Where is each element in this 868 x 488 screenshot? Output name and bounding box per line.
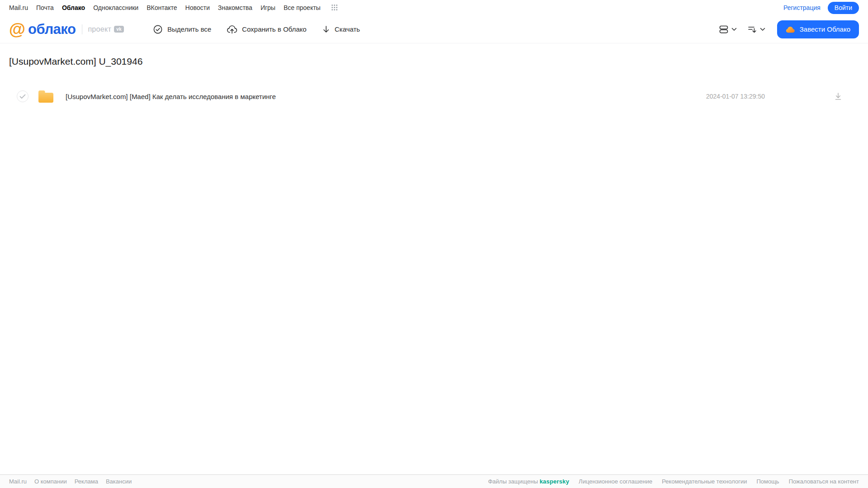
footer-report-content[interactable]: Пожаловаться на контент [789,478,859,485]
kaspersky-protection: Файлы защищены kaspersky [488,478,569,485]
check-circle-icon [153,24,163,34]
file-toolbar: Выделить все Сохранить в Облако Скачать [153,24,360,34]
download-button[interactable]: Скачать [322,25,360,34]
chevron-down-icon [731,28,737,31]
nav-odnoklassniki[interactable]: Одноклассники [93,4,138,11]
project-label: проект [88,25,111,33]
nav-oblako[interactable]: Облако [62,4,85,11]
portal-links: Mail.ru Почта Облако Одноклассники ВКонт… [9,4,338,11]
nav-vkontakte[interactable]: ВКонтакте [147,4,177,11]
sort-icon [747,24,758,34]
footer-ads[interactable]: Реклама [75,478,98,485]
footer-about[interactable]: О компании [34,478,67,485]
sort-dropdown[interactable] [745,23,767,36]
apps-grid-icon[interactable] [332,5,338,11]
download-arrow-icon [322,25,330,34]
file-date: 2024-01-07 13:29:50 [706,93,765,100]
save-to-cloud-label: Сохранить в Облако [242,25,307,33]
footer-help[interactable]: Помощь [756,478,779,485]
nav-mailru[interactable]: Mail.ru [9,4,28,11]
logo-divider [82,24,82,34]
footer-recommendations[interactable]: Рекомендательные технологии [662,478,747,485]
portal-nav: Mail.ru Почта Облако Одноклассники ВКонт… [0,0,868,15]
download-label: Скачать [335,25,360,33]
nav-znakomstva[interactable]: Знакомства [218,4,252,11]
view-mode-dropdown[interactable] [716,22,739,37]
project-vk-label: проект vk [88,25,124,33]
footer-jobs[interactable]: Вакансии [106,478,132,485]
kaspersky-logo: kaspersky [540,478,569,485]
cloud-logo-text: облако [28,21,76,38]
save-to-cloud-button[interactable]: Сохранить в Облако [227,24,307,34]
select-all-label: Выделить все [167,25,211,33]
file-name-link[interactable]: [UsupovMarket.com] [Maed] Как делать исс… [66,93,276,100]
nav-novosti[interactable]: Новости [185,4,210,11]
header-right-controls: Завести Облако [716,20,859,38]
nav-vse-proekty[interactable]: Все проекты [284,4,321,11]
file-row[interactable]: [UsupovMarket.com] [Maed] Как делать исс… [9,86,859,107]
nav-pochta[interactable]: Почта [36,4,54,11]
protected-label: Файлы защищены [488,478,538,485]
page-title: [UsupovMarket.com] U_301946 [9,56,859,67]
mailru-at-icon: @ [9,21,25,38]
folder-icon [38,90,54,104]
main-content: [UsupovMarket.com] U_301946 [0,43,868,107]
footer-left-links: Mail.ru О компании Реклама Вакансии [9,478,132,485]
page-footer: Mail.ru О компании Реклама Вакансии Файл… [0,474,868,488]
orange-cloud-icon [786,26,796,33]
cloud-upload-icon [227,24,237,34]
create-cloud-label: Завести Облако [800,25,850,33]
vk-logo-icon: vk [114,26,124,33]
row-download-icon[interactable] [834,92,842,100]
registration-link[interactable]: Регистрация [783,4,821,11]
create-cloud-button[interactable]: Завести Облако [777,20,859,38]
row-checkbox[interactable] [17,90,28,102]
login-button[interactable]: Войти [828,2,859,14]
footer-right-links: Файлы защищены kaspersky Лицензионное со… [488,478,859,485]
cloud-logo[interactable]: @ облако проект vk [9,21,124,38]
nav-igry[interactable]: Игры [261,4,275,11]
select-all-button[interactable]: Выделить все [153,24,211,34]
chevron-down-icon [760,28,765,31]
auth-area: Регистрация Войти [783,2,859,14]
footer-mailru[interactable]: Mail.ru [9,478,27,485]
file-list: [UsupovMarket.com] [Maed] Как делать исс… [9,86,859,107]
footer-license[interactable]: Лицензионное соглашение [579,478,652,485]
cloud-header: @ облако проект vk Выделить все [0,15,868,43]
view-mode-icon [718,24,729,35]
